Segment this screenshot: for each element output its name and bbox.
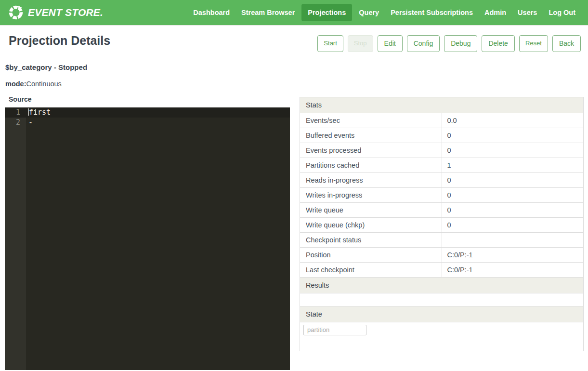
nav-item-users[interactable]: Users [512,4,543,21]
mode-label: mode: [5,80,26,88]
start-button[interactable]: Start [317,35,343,52]
top-navbar: EVENT STORE. Dashboard Stream Browser Pr… [0,0,588,26]
brand-text: EVENT STORE. [28,7,103,18]
edit-button[interactable]: Edit [378,35,403,52]
line-number: 1 [5,107,26,118]
state-header: State [300,306,584,322]
page-title: Projection Details [9,33,110,48]
table-row: Buffered events0 [300,128,584,143]
config-button[interactable]: Config [407,35,440,52]
editor-line-number-gutter: 1 2 [5,107,26,370]
partition-input[interactable] [303,325,366,335]
code-line: - [26,118,290,128]
back-button[interactable]: Back [552,35,581,52]
mode-value: Continuous [26,80,62,88]
source-code-editor[interactable]: 1 2 first - [5,107,290,370]
projection-name-status: $by_category - Stopped [5,63,588,71]
details-panel: Stats Events/sec0.0 Buffered events0 Eve… [300,95,584,351]
nav-item-dashboard[interactable]: Dashboard [187,4,235,21]
state-partition-row [300,322,584,338]
table-row: Write queue0 [300,202,584,217]
table-row: Last checkpointC:0/P:-1 [300,262,584,277]
debug-button[interactable]: Debug [444,35,477,52]
results-header: Results [300,277,584,293]
results-empty-row [300,293,584,306]
main-content: Source 1 2 first - Stats Events/sec0.0 B… [0,88,588,370]
nav-item-admin[interactable]: Admin [479,4,512,21]
eventstore-logo-icon [8,4,24,21]
table-row: Write queue (chkp)0 [300,217,584,232]
nav-item-stream-browser[interactable]: Stream Browser [235,4,301,21]
line-number: 2 [5,118,26,128]
table-row: Events/sec0.0 [300,113,584,128]
source-panel: Source 1 2 first - [5,95,290,370]
projection-toolbar: Start Stop Edit Config Debug Delete Rese… [317,33,581,52]
nav-item-query[interactable]: Query [353,4,385,21]
brand[interactable]: EVENT STORE. [8,4,103,21]
nav-item-persistent-subscriptions[interactable]: Persistent Subscriptions [385,4,479,21]
reset-button[interactable]: Reset [519,35,548,52]
stats-header: Stats [300,97,584,113]
state-empty-row [300,338,584,351]
editor-code-area[interactable]: first - [26,107,290,370]
source-label: Source [9,95,290,103]
stop-button: Stop [348,35,373,52]
delete-button[interactable]: Delete [482,35,514,52]
table-row: Partitions cached1 [300,158,584,172]
nav-item-log-out[interactable]: Log Out [543,4,581,21]
projection-mode: mode:Continuous [5,80,588,88]
table-row: Events processed0 [300,143,584,158]
table-row: Reads in-progress0 [300,172,584,187]
table-row: Writes in-progress0 [300,187,584,202]
code-line: first [26,107,290,118]
nav-item-projections[interactable]: Projections [301,4,352,21]
table-row: PositionC:0/P:-1 [300,247,584,262]
nav-links: Dashboard Stream Browser Projections Que… [187,4,581,21]
stats-table: Stats Events/sec0.0 Buffered events0 Eve… [300,97,584,351]
table-row: Checkpoint status [300,232,584,247]
page-header: Projection Details Start Stop Edit Confi… [0,26,588,52]
